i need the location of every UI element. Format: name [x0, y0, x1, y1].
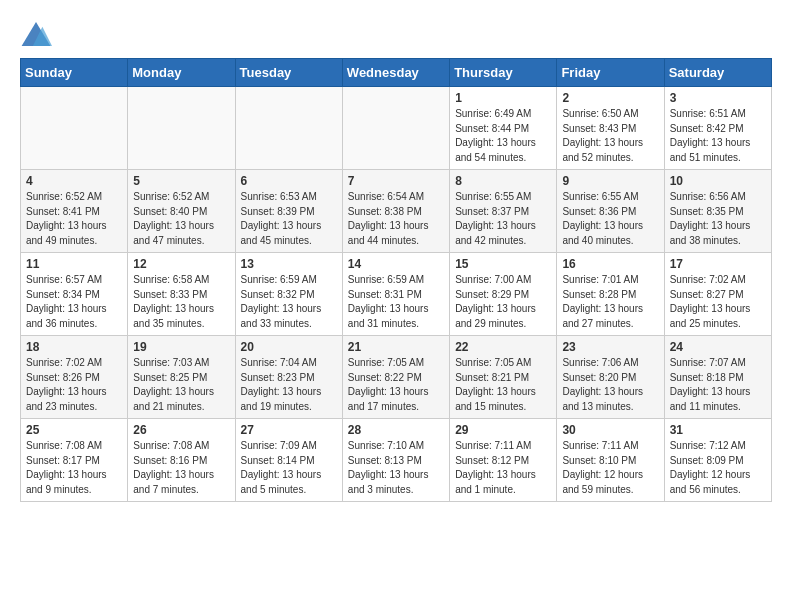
day-number: 9	[562, 174, 658, 188]
day-number: 19	[133, 340, 229, 354]
calendar-cell: 19Sunrise: 7:03 AMSunset: 8:25 PMDayligh…	[128, 336, 235, 419]
calendar-cell: 31Sunrise: 7:12 AMSunset: 8:09 PMDayligh…	[664, 419, 771, 502]
day-info: Sunrise: 6:52 AMSunset: 8:40 PMDaylight:…	[133, 190, 229, 248]
calendar-cell: 1Sunrise: 6:49 AMSunset: 8:44 PMDaylight…	[450, 87, 557, 170]
day-number: 14	[348, 257, 444, 271]
calendar-cell	[342, 87, 449, 170]
col-header-monday: Monday	[128, 59, 235, 87]
day-info: Sunrise: 6:59 AMSunset: 8:31 PMDaylight:…	[348, 273, 444, 331]
day-number: 8	[455, 174, 551, 188]
day-number: 7	[348, 174, 444, 188]
calendar-cell: 13Sunrise: 6:59 AMSunset: 8:32 PMDayligh…	[235, 253, 342, 336]
day-info: Sunrise: 7:07 AMSunset: 8:18 PMDaylight:…	[670, 356, 766, 414]
day-info: Sunrise: 7:05 AMSunset: 8:22 PMDaylight:…	[348, 356, 444, 414]
week-row-1: 1Sunrise: 6:49 AMSunset: 8:44 PMDaylight…	[21, 87, 772, 170]
calendar-cell: 28Sunrise: 7:10 AMSunset: 8:13 PMDayligh…	[342, 419, 449, 502]
calendar-cell: 30Sunrise: 7:11 AMSunset: 8:10 PMDayligh…	[557, 419, 664, 502]
day-info: Sunrise: 7:06 AMSunset: 8:20 PMDaylight:…	[562, 356, 658, 414]
col-header-tuesday: Tuesday	[235, 59, 342, 87]
day-info: Sunrise: 7:01 AMSunset: 8:28 PMDaylight:…	[562, 273, 658, 331]
day-number: 12	[133, 257, 229, 271]
day-number: 23	[562, 340, 658, 354]
calendar-cell: 8Sunrise: 6:55 AMSunset: 8:37 PMDaylight…	[450, 170, 557, 253]
day-number: 25	[26, 423, 122, 437]
day-info: Sunrise: 6:53 AMSunset: 8:39 PMDaylight:…	[241, 190, 337, 248]
day-number: 13	[241, 257, 337, 271]
calendar-cell: 17Sunrise: 7:02 AMSunset: 8:27 PMDayligh…	[664, 253, 771, 336]
day-info: Sunrise: 7:04 AMSunset: 8:23 PMDaylight:…	[241, 356, 337, 414]
calendar-cell: 29Sunrise: 7:11 AMSunset: 8:12 PMDayligh…	[450, 419, 557, 502]
day-info: Sunrise: 7:09 AMSunset: 8:14 PMDaylight:…	[241, 439, 337, 497]
day-info: Sunrise: 6:52 AMSunset: 8:41 PMDaylight:…	[26, 190, 122, 248]
calendar-cell: 18Sunrise: 7:02 AMSunset: 8:26 PMDayligh…	[21, 336, 128, 419]
day-number: 26	[133, 423, 229, 437]
day-number: 24	[670, 340, 766, 354]
day-number: 30	[562, 423, 658, 437]
day-number: 16	[562, 257, 658, 271]
day-info: Sunrise: 7:03 AMSunset: 8:25 PMDaylight:…	[133, 356, 229, 414]
day-info: Sunrise: 7:11 AMSunset: 8:12 PMDaylight:…	[455, 439, 551, 497]
day-info: Sunrise: 7:10 AMSunset: 8:13 PMDaylight:…	[348, 439, 444, 497]
day-number: 18	[26, 340, 122, 354]
day-info: Sunrise: 6:55 AMSunset: 8:37 PMDaylight:…	[455, 190, 551, 248]
day-number: 27	[241, 423, 337, 437]
day-number: 3	[670, 91, 766, 105]
calendar-cell: 16Sunrise: 7:01 AMSunset: 8:28 PMDayligh…	[557, 253, 664, 336]
day-number: 15	[455, 257, 551, 271]
page: SundayMondayTuesdayWednesdayThursdayFrid…	[0, 0, 792, 512]
day-info: Sunrise: 6:54 AMSunset: 8:38 PMDaylight:…	[348, 190, 444, 248]
calendar-cell: 11Sunrise: 6:57 AMSunset: 8:34 PMDayligh…	[21, 253, 128, 336]
day-info: Sunrise: 7:02 AMSunset: 8:27 PMDaylight:…	[670, 273, 766, 331]
calendar-cell: 21Sunrise: 7:05 AMSunset: 8:22 PMDayligh…	[342, 336, 449, 419]
day-info: Sunrise: 7:11 AMSunset: 8:10 PMDaylight:…	[562, 439, 658, 497]
calendar: SundayMondayTuesdayWednesdayThursdayFrid…	[20, 58, 772, 502]
calendar-cell: 10Sunrise: 6:56 AMSunset: 8:35 PMDayligh…	[664, 170, 771, 253]
header	[20, 20, 772, 48]
day-info: Sunrise: 6:49 AMSunset: 8:44 PMDaylight:…	[455, 107, 551, 165]
day-info: Sunrise: 7:08 AMSunset: 8:17 PMDaylight:…	[26, 439, 122, 497]
logo-icon	[20, 20, 52, 48]
day-info: Sunrise: 7:12 AMSunset: 8:09 PMDaylight:…	[670, 439, 766, 497]
calendar-cell: 26Sunrise: 7:08 AMSunset: 8:16 PMDayligh…	[128, 419, 235, 502]
col-header-wednesday: Wednesday	[342, 59, 449, 87]
day-info: Sunrise: 7:08 AMSunset: 8:16 PMDaylight:…	[133, 439, 229, 497]
week-row-4: 18Sunrise: 7:02 AMSunset: 8:26 PMDayligh…	[21, 336, 772, 419]
calendar-cell	[235, 87, 342, 170]
day-number: 31	[670, 423, 766, 437]
day-number: 11	[26, 257, 122, 271]
calendar-cell	[21, 87, 128, 170]
calendar-cell: 3Sunrise: 6:51 AMSunset: 8:42 PMDaylight…	[664, 87, 771, 170]
day-info: Sunrise: 7:00 AMSunset: 8:29 PMDaylight:…	[455, 273, 551, 331]
calendar-cell: 6Sunrise: 6:53 AMSunset: 8:39 PMDaylight…	[235, 170, 342, 253]
day-info: Sunrise: 6:51 AMSunset: 8:42 PMDaylight:…	[670, 107, 766, 165]
day-number: 2	[562, 91, 658, 105]
calendar-cell: 5Sunrise: 6:52 AMSunset: 8:40 PMDaylight…	[128, 170, 235, 253]
day-number: 4	[26, 174, 122, 188]
col-header-saturday: Saturday	[664, 59, 771, 87]
calendar-cell: 12Sunrise: 6:58 AMSunset: 8:33 PMDayligh…	[128, 253, 235, 336]
day-info: Sunrise: 7:02 AMSunset: 8:26 PMDaylight:…	[26, 356, 122, 414]
day-number: 21	[348, 340, 444, 354]
day-info: Sunrise: 6:55 AMSunset: 8:36 PMDaylight:…	[562, 190, 658, 248]
day-info: Sunrise: 6:59 AMSunset: 8:32 PMDaylight:…	[241, 273, 337, 331]
calendar-cell: 15Sunrise: 7:00 AMSunset: 8:29 PMDayligh…	[450, 253, 557, 336]
calendar-cell: 23Sunrise: 7:06 AMSunset: 8:20 PMDayligh…	[557, 336, 664, 419]
day-info: Sunrise: 6:57 AMSunset: 8:34 PMDaylight:…	[26, 273, 122, 331]
calendar-cell: 4Sunrise: 6:52 AMSunset: 8:41 PMDaylight…	[21, 170, 128, 253]
calendar-cell: 14Sunrise: 6:59 AMSunset: 8:31 PMDayligh…	[342, 253, 449, 336]
day-number: 10	[670, 174, 766, 188]
calendar-cell	[128, 87, 235, 170]
week-row-2: 4Sunrise: 6:52 AMSunset: 8:41 PMDaylight…	[21, 170, 772, 253]
day-number: 5	[133, 174, 229, 188]
calendar-header-row: SundayMondayTuesdayWednesdayThursdayFrid…	[21, 59, 772, 87]
calendar-cell: 25Sunrise: 7:08 AMSunset: 8:17 PMDayligh…	[21, 419, 128, 502]
calendar-cell: 9Sunrise: 6:55 AMSunset: 8:36 PMDaylight…	[557, 170, 664, 253]
calendar-cell: 2Sunrise: 6:50 AMSunset: 8:43 PMDaylight…	[557, 87, 664, 170]
day-number: 20	[241, 340, 337, 354]
calendar-cell: 24Sunrise: 7:07 AMSunset: 8:18 PMDayligh…	[664, 336, 771, 419]
day-info: Sunrise: 7:05 AMSunset: 8:21 PMDaylight:…	[455, 356, 551, 414]
day-info: Sunrise: 6:58 AMSunset: 8:33 PMDaylight:…	[133, 273, 229, 331]
day-number: 29	[455, 423, 551, 437]
col-header-sunday: Sunday	[21, 59, 128, 87]
logo	[20, 20, 56, 48]
